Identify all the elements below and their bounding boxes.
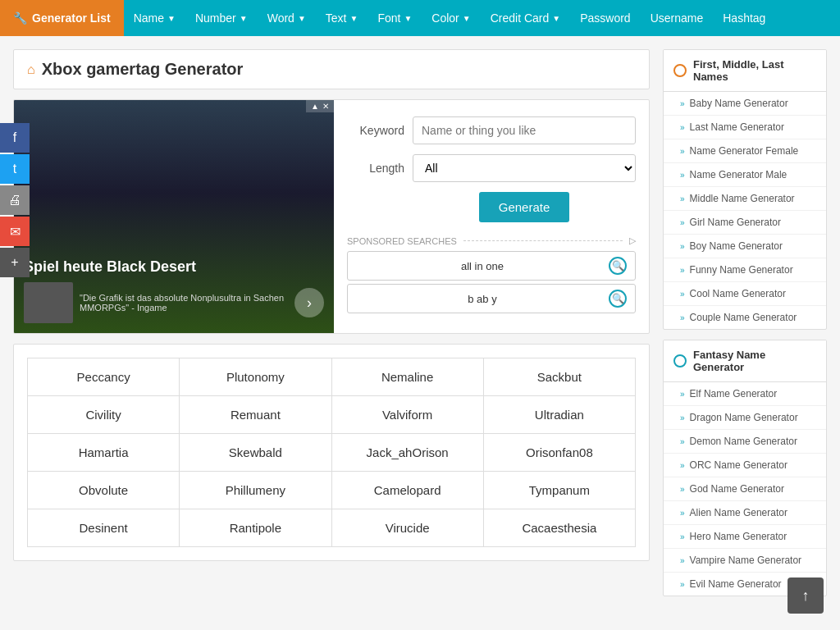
more-share-button[interactable]: + — [0, 248, 30, 277]
table-row[interactable]: Ultradian — [483, 396, 635, 434]
table-row[interactable]: Hamartia — [28, 434, 180, 472]
sidebar-item[interactable]: »Elf Name Generator — [664, 382, 826, 406]
chevron-icon: » — [680, 194, 685, 203]
nav-password[interactable]: Password — [570, 0, 640, 36]
keyword-input[interactable] — [413, 116, 636, 144]
table-row[interactable]: Phillumeny — [180, 472, 331, 509]
sidebar-section-names-header: First, Middle, Last Names — [664, 50, 826, 92]
sidebar-item[interactable]: »God Name Generator — [664, 477, 826, 501]
sidebar-item[interactable]: »Baby Name Generator — [664, 92, 826, 116]
sidebar-item[interactable]: »ORC Name Generator — [664, 454, 826, 477]
facebook-share-button[interactable]: f — [0, 123, 30, 153]
nav-text[interactable]: Text▼ — [316, 0, 368, 36]
sidebar-item[interactable]: »Name Generator Female — [664, 139, 826, 163]
nav-items: Name▼ Number▼ Word▼ Text▼ Font▼ Color▼ C… — [124, 0, 776, 36]
sidebar-item-label: Evil Name Generator — [690, 578, 782, 590]
chevron-icon: » — [680, 242, 685, 251]
sidebar-item-label: ORC Name Generator — [690, 459, 788, 471]
chevron-icon: » — [680, 413, 685, 422]
nav-number[interactable]: Number▼ — [185, 0, 258, 36]
table-row[interactable]: Remuant — [180, 396, 331, 434]
generate-button[interactable]: Generate — [479, 192, 570, 222]
length-label: Length — [347, 162, 404, 175]
sidebar-item[interactable]: »Last Name Generator — [664, 116, 826, 139]
sidebar-section-fantasy-header: Fantasy Name Generator — [664, 340, 826, 382]
nav-word[interactable]: Word▼ — [258, 0, 316, 36]
ad-arrow-button[interactable]: › — [294, 288, 324, 317]
length-select[interactable]: All Short Medium Long — [413, 154, 636, 182]
sidebar-item-label: Funny Name Generator — [690, 264, 793, 276]
table-row[interactable]: Valviform — [331, 396, 483, 434]
table-row[interactable]: Virucide — [331, 509, 483, 547]
table-row[interactable]: Cacaesthesia — [483, 509, 635, 547]
sidebar-item[interactable]: »Vampire Name Generator — [664, 549, 826, 573]
home-icon: ⌂ — [27, 62, 35, 77]
navbar: 🔧 Generator List Name▼ Number▼ Word▼ Tex… — [0, 0, 840, 36]
sponsored-button-1[interactable]: all in one — [347, 251, 636, 281]
table-row[interactable]: Peccancy — [28, 358, 180, 396]
nav-font[interactable]: Font▼ — [368, 0, 422, 36]
nav-color[interactable]: Color▼ — [422, 0, 480, 36]
print-button[interactable]: 🖨 — [0, 185, 30, 215]
sidebar-item-label: Boy Name Generator — [690, 240, 783, 252]
sidebar-item[interactable]: »Hero Name Generator — [664, 525, 826, 549]
nav-name[interactable]: Name▼ — [124, 0, 185, 36]
table-row[interactable]: Skewbald — [180, 434, 331, 472]
sidebar-section-fantasy-title: Fantasy Name Generator — [693, 349, 816, 373]
nav-username[interactable]: Username — [641, 0, 714, 36]
sidebar-section-names: First, Middle, Last Names »Baby Name Gen… — [663, 49, 827, 330]
sidebar-item[interactable]: »Demon Name Generator — [664, 430, 826, 454]
chevron-icon: » — [680, 580, 685, 589]
nav-hashtag[interactable]: Hashtag — [713, 0, 775, 36]
chevron-icon: » — [680, 556, 685, 565]
table-row[interactable]: Obvolute — [28, 472, 180, 509]
sidebar-item-label: Cool Name Generator — [690, 288, 786, 299]
length-row: Length All Short Medium Long — [347, 154, 636, 182]
chevron-icon: » — [680, 437, 685, 446]
ad-bottom: "Die Grafik ist das absolute Nonplusultr… — [24, 282, 324, 323]
chevron-icon: » — [680, 99, 685, 108]
ad-top-bar: ▲ ✕ — [306, 100, 334, 112]
wrench-icon: 🔧 — [13, 11, 27, 25]
sidebar-item-label: Vampire Name Generator — [690, 555, 802, 566]
table-row[interactable]: Jack_ahOrison — [331, 434, 483, 472]
chevron-icon: » — [680, 290, 685, 299]
sidebar-item[interactable]: »Boy Name Generator — [664, 235, 826, 258]
sidebar-section-fantasy: Fantasy Name Generator »Elf Name Generat… — [663, 340, 827, 596]
table-row[interactable]: Sackbut — [483, 358, 635, 396]
sidebar-item-label: Baby Name Generator — [690, 98, 788, 109]
sidebar-item-label: Elf Name Generator — [690, 388, 778, 399]
sidebar-item[interactable]: »Middle Name Generator — [664, 187, 826, 211]
chevron-icon: » — [680, 218, 685, 227]
table-row[interactable]: Rantipole — [180, 509, 331, 547]
table-row[interactable]: Nemaline — [331, 358, 483, 396]
chevron-icon: » — [680, 171, 685, 180]
back-to-top-button[interactable]: ↑ — [788, 578, 824, 614]
sidebar-item[interactable]: »Dragon Name Generator — [664, 406, 826, 430]
sidebar-item-label: Demon Name Generator — [690, 436, 797, 447]
ad-close[interactable]: ✕ — [322, 102, 329, 111]
table-row[interactable]: Orisonfan08 — [483, 434, 635, 472]
generator-list-button[interactable]: 🔧 Generator List — [0, 0, 124, 36]
sidebar-item[interactable]: »Girl Name Generator — [664, 211, 826, 235]
table-row[interactable]: Tympanum — [483, 472, 635, 509]
table-row[interactable]: Civility — [28, 396, 180, 434]
search-icon-1 — [609, 257, 627, 275]
table-row[interactable]: Plutonomy — [180, 358, 331, 396]
table-row[interactable]: Desinent — [28, 509, 180, 547]
sidebar-item[interactable]: »Couple Name Generator — [664, 306, 826, 329]
email-share-button[interactable]: ✉ — [0, 217, 30, 246]
table-row[interactable]: Camelopard — [331, 472, 483, 509]
ad-area: ▲ ✕ Spiel heute Black Desert "Die Grafik… — [14, 100, 334, 333]
social-sidebar: f t 🖨 ✉ + — [0, 123, 30, 279]
sidebar-item[interactable]: »Name Generator Male — [664, 163, 826, 187]
nav-credit-card[interactable]: Credit Card▼ — [481, 0, 571, 36]
form-area: Keyword Length All Short Medium Long Gen… — [334, 100, 649, 333]
sidebar-item[interactable]: »Funny Name Generator — [664, 258, 826, 282]
sidebar-item[interactable]: »Cool Name Generator — [664, 282, 826, 306]
sponsored-label: SPONSORED SEARCHES — [347, 236, 457, 246]
twitter-share-button[interactable]: t — [0, 154, 30, 184]
ad-label: ▲ — [311, 102, 319, 111]
sidebar-item[interactable]: »Alien Name Generator — [664, 501, 826, 525]
sponsored-button-2[interactable]: b ab y — [347, 284, 636, 313]
